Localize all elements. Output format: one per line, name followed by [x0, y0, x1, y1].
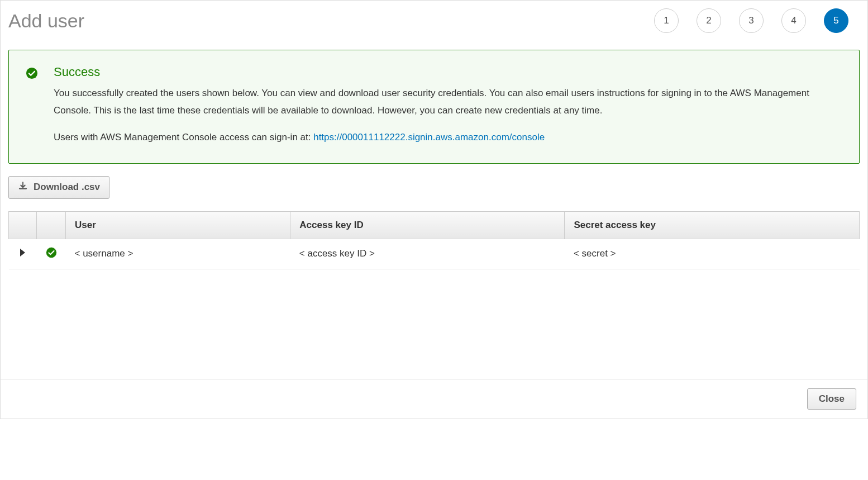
- footer-bar: Close: [1, 379, 867, 419]
- column-access-key-id: Access key ID: [290, 211, 565, 239]
- download-icon: [18, 181, 28, 194]
- svg-point-0: [26, 68, 37, 79]
- svg-point-1: [46, 248, 56, 258]
- wizard-step-4[interactable]: 4: [781, 8, 806, 33]
- expand-caret-icon[interactable]: [20, 249, 25, 256]
- signin-info: Users with AWS Management Console access…: [54, 129, 842, 146]
- table-row: < username > < access key ID > < secret …: [9, 239, 860, 269]
- wizard-step-3[interactable]: 3: [739, 8, 764, 33]
- cell-secret: < secret >: [565, 239, 860, 269]
- wizard-step-1[interactable]: 1: [654, 8, 679, 33]
- users-table: User Access key ID Secret access key: [8, 211, 860, 269]
- cell-username: < username >: [66, 239, 290, 269]
- column-expand: [9, 211, 37, 239]
- column-secret-access-key: Secret access key: [565, 211, 860, 239]
- success-alert: Success You successfully created the use…: [8, 50, 860, 164]
- download-csv-button[interactable]: Download .csv: [8, 176, 109, 199]
- cell-access-key-id: < access key ID >: [290, 239, 565, 269]
- wizard-step-5[interactable]: 5: [824, 8, 848, 33]
- wizard-step-2[interactable]: 2: [697, 8, 721, 33]
- wizard-steps: 1 2 3 4 5: [654, 8, 860, 33]
- download-csv-label: Download .csv: [34, 182, 100, 193]
- success-message: You successfully created the users shown…: [54, 85, 842, 119]
- signin-url-link[interactable]: https://000011112222.signin.aws.amazon.c…: [313, 132, 545, 142]
- page-title: Add user: [8, 10, 84, 32]
- check-circle-icon: [26, 67, 38, 79]
- signin-prefix: Users with AWS Management Console access…: [54, 132, 313, 142]
- success-heading: Success: [54, 65, 842, 79]
- close-button[interactable]: Close: [807, 388, 856, 410]
- column-status: [37, 211, 66, 239]
- column-user: User: [66, 211, 290, 239]
- check-circle-icon: [46, 250, 57, 260]
